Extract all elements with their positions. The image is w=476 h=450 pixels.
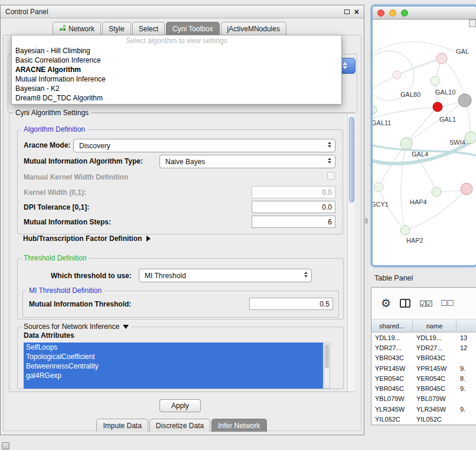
node-label: HAP4 (410, 198, 427, 206)
column-header[interactable]: name (413, 319, 457, 332)
attribute-list-item[interactable]: SelfLoops (24, 343, 323, 352)
network-node[interactable] (400, 226, 410, 235)
network-canvas[interactable]: GALGAL80GAL10GAL11GAL1SWI4GAL4GCY1HAP4HA… (373, 19, 476, 265)
algorithm-option[interactable]: ARACNE Algorithm (12, 65, 341, 74)
column-header[interactable]: shared... (371, 319, 413, 332)
algorithm-option[interactable]: Bayesian - K2 (12, 84, 341, 93)
control-panel-titlebar: Control Panel × (1, 5, 364, 18)
table-cell: YBR043C (371, 354, 413, 361)
settings-group-title: Cyni Algorithm Settings (13, 109, 91, 117)
aracne-mode-value: Discovery (79, 142, 110, 150)
network-node[interactable] (458, 94, 471, 107)
deselect-all-checkbox-icon[interactable]: ☐☐ (441, 299, 453, 308)
node-label: SWI4 (449, 139, 465, 146)
which-threshold-select[interactable]: MI Threshold (139, 269, 312, 282)
table-cell: YDL19... (413, 334, 457, 341)
attribute-list-item[interactable]: BetweennessCentrality (24, 361, 323, 371)
mi-type-select[interactable]: Naive Bayes (159, 155, 335, 168)
tab-network[interactable]: Network (53, 22, 101, 35)
which-threshold-label: Which threshold to use: (51, 272, 132, 280)
network-node[interactable] (400, 138, 412, 149)
split-divider-handle[interactable] (365, 218, 368, 224)
collapse-down-icon[interactable] (123, 325, 129, 329)
manual-kernel-label: Manual Kernel Width Definition (24, 173, 128, 181)
settings-scrollbar[interactable] (347, 113, 355, 392)
tab-select[interactable]: Select (132, 22, 165, 35)
tab-label: Discretize Data (156, 422, 204, 430)
network-node[interactable] (465, 132, 476, 144)
column-header[interactable] (457, 319, 476, 332)
algorithm-dropdown-popup: Select algorithm to view settings Bayesi… (11, 35, 342, 105)
data-attributes-list[interactable]: SelfLoopsTopologicalCoefficientBetweenne… (24, 343, 323, 389)
settings-scrollbar-thumb[interactable] (349, 117, 354, 203)
tab-label: Network (69, 25, 94, 33)
table-row[interactable]: YBR045CYBR045C9. (371, 383, 476, 393)
close-icon[interactable]: × (354, 8, 359, 15)
network-graph: GALGAL80GAL10GAL11GAL1SWI4GAL4GCY1HAP4HA… (373, 19, 476, 265)
table-row[interactable]: YPR145WYPR145W9. (371, 363, 476, 373)
table-cell: 13 (457, 334, 476, 341)
manual-kernel-checkbox (327, 172, 335, 180)
table-cell: 9. (457, 365, 476, 372)
table-row[interactable]: YDR27...YDR27...12 (371, 343, 476, 353)
table-panel-title: Table Panel (374, 274, 413, 282)
table-row[interactable]: YBR043CYBR043C (371, 353, 476, 363)
apply-button[interactable]: Apply (159, 399, 201, 412)
table-row[interactable]: YBL079WYBL079W (371, 394, 476, 404)
mi-threshold-label: Mutual Information Threshold: (29, 300, 131, 308)
attributes-list-scrollbar[interactable] (324, 343, 330, 389)
mi-threshold-field[interactable] (249, 298, 333, 310)
combo-arrows-icon (328, 158, 331, 164)
attribute-list-item[interactable]: TopologicalCoefficient (24, 352, 323, 361)
table-row[interactable]: YLR345WYLR345W9. (371, 404, 476, 414)
network-node[interactable] (393, 71, 401, 79)
show-columns-icon[interactable] (400, 299, 410, 308)
algorithm-option[interactable]: Dream8 DC_TDC Algorithm (12, 93, 341, 103)
network-node[interactable] (436, 53, 447, 64)
hub-factor-section-toggle[interactable]: Hub/Transcription Factor Definition (23, 234, 151, 243)
canvas-scroll-corner-button[interactable] (469, 19, 476, 27)
network-node[interactable] (373, 105, 377, 115)
bottom-tabbar: Impute DataDiscretize DataInfer Network (1, 419, 364, 432)
algorithm-dropdown-list: Bayesian - Hill ClimbingBasic Correlatio… (12, 46, 341, 103)
zoom-traffic-light[interactable] (401, 9, 408, 17)
hub-factor-label: Hub/Transcription Factor Definition (23, 234, 142, 243)
mi-steps-field[interactable] (252, 216, 335, 228)
cyni-algorithm-settings-group: Cyni Algorithm Settings Algorithm Defini… (9, 113, 355, 392)
dpi-tolerance-field[interactable] (252, 201, 335, 213)
tab-cyni-toolbox[interactable]: Cyni Toolbox (166, 22, 219, 35)
network-node[interactable] (432, 187, 441, 197)
attributes-list-scrollbar-thumb[interactable] (325, 344, 329, 368)
tab-label: Impute Data (103, 422, 141, 430)
close-traffic-light[interactable] (377, 9, 384, 17)
algorithm-definition-title: Algorithm Definition (21, 125, 87, 133)
network-node[interactable] (431, 76, 440, 86)
tab-style[interactable]: Style (102, 22, 131, 35)
select-all-checkbox-icon[interactable]: ☑☑ (419, 299, 432, 308)
attribute-list-item-partial[interactable] (24, 380, 323, 389)
collapsed-panel-icon[interactable] (2, 442, 9, 449)
table-cell: 12 (457, 344, 476, 351)
dpi-tolerance-label: DPI Tolerance [0,1]: (24, 203, 89, 211)
bottom-tab-discretize-data[interactable]: Discretize Data (149, 419, 210, 432)
float-window-icon[interactable] (344, 9, 350, 14)
network-node[interactable] (461, 183, 472, 195)
combo-arrows-icon (343, 62, 347, 69)
network-window-titlebar (373, 6, 476, 19)
attribute-list-item[interactable]: gal4RGexp (24, 371, 323, 380)
algorithm-option[interactable]: Basic Correlation Inference (12, 56, 341, 65)
table-cell: YDR27... (371, 344, 413, 351)
algorithm-option[interactable]: Mutual Information Inference (12, 74, 341, 84)
algorithm-option[interactable]: Bayesian - Hill Climbing (12, 46, 341, 56)
network-node[interactable] (433, 102, 442, 112)
table-row[interactable]: YDL19...YDL19...13 (371, 332, 476, 343)
aracne-mode-select[interactable]: Discovery (73, 139, 335, 152)
table-row[interactable]: YIL052CYIL052C (371, 414, 476, 424)
network-node[interactable] (374, 182, 383, 192)
minimize-traffic-light[interactable] (389, 9, 396, 17)
settings-gear-icon[interactable]: ⚙ (381, 298, 391, 309)
table-row[interactable]: YER054CYER054C8. (371, 373, 476, 383)
tab-jactivemnodules[interactable]: jActiveMNodules (221, 22, 286, 35)
bottom-tab-infer-network[interactable]: Infer Network (211, 419, 266, 432)
bottom-tab-impute-data[interactable]: Impute Data (96, 419, 148, 432)
